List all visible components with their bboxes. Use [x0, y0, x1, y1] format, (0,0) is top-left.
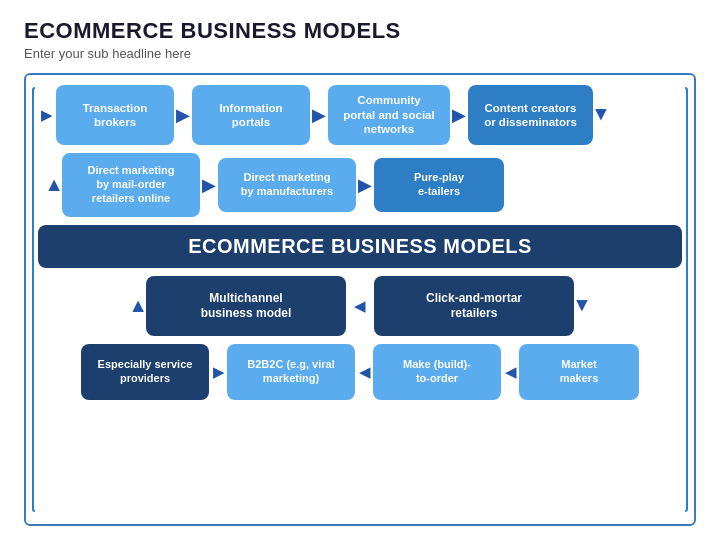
row-5: Especially service providers ▶ B2B2C (e.…	[38, 344, 682, 400]
market-makers-box: Market makers	[519, 344, 639, 400]
community-portal-box: Community portal and social networks	[328, 85, 450, 145]
arrow-r1-1: ▶	[176, 106, 190, 124]
center-title: ECOMMERCE BUSINESS MODELS	[38, 225, 682, 268]
row-center-title: ECOMMERCE BUSINESS MODELS	[38, 225, 682, 268]
left-border-bracket	[32, 87, 35, 512]
row-1: ▶ Transaction brokers ▶ Information port…	[38, 85, 682, 145]
arrow-r2-2: ▶	[358, 176, 372, 194]
especially-box: Especially service providers	[81, 344, 209, 400]
multichannel-box: Multichannel business model	[146, 276, 346, 336]
diagram: ▶ Transaction brokers ▶ Information port…	[24, 73, 696, 526]
b2b2c-box: B2B2C (e.g, viral marketing)	[227, 344, 355, 400]
transaction-brokers-box: Transaction brokers	[56, 85, 174, 145]
subtitle: Enter your sub headline here	[24, 46, 696, 61]
slide: ECOMMERCE BUSINESS MODELS Enter your sub…	[0, 0, 720, 540]
arrow-r1-3: ▶	[452, 106, 466, 124]
row-4: ▶ Multichannel business model ◀ Click-an…	[38, 276, 682, 336]
arrow-r2-1: ▶	[202, 176, 216, 194]
direct-mfg-box: Direct marketing by manufacturers	[218, 158, 356, 212]
make-build-box: Make (build)- to-order	[373, 344, 501, 400]
pure-play-box: Pure-play e-tailers	[374, 158, 504, 212]
main-title: ECOMMERCE BUSINESS MODELS	[24, 18, 696, 44]
arrow-r1-2: ▶	[312, 106, 326, 124]
row-2: ▶ Direct marketing by mail-order retaile…	[38, 153, 682, 217]
content-creators-box: Content creators or disseminators	[468, 85, 593, 145]
right-border-bracket	[685, 87, 688, 512]
information-portals-box: Information portals	[192, 85, 310, 145]
direct-mail-box: Direct marketing by mail-order retailers…	[62, 153, 200, 217]
click-mortar-box: Click-and-mortar retailers	[374, 276, 574, 336]
